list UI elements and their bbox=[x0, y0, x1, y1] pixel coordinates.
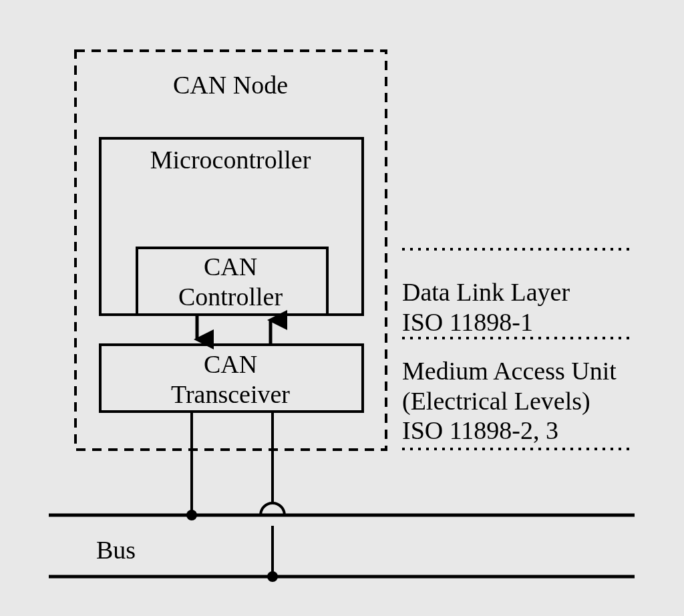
microcontroller-label: Microcontroller bbox=[150, 146, 311, 174]
can-controller-label-1: CAN bbox=[204, 253, 257, 281]
medium-label-3: ISO 11898-2, 3 bbox=[402, 416, 558, 444]
medium-label-2: (Electrical Levels) bbox=[402, 387, 590, 416]
can-transceiver-label-1: CAN bbox=[204, 350, 257, 378]
can-node-title: CAN Node bbox=[173, 71, 288, 99]
medium-label-1: Medium Access Unit bbox=[402, 357, 617, 385]
can-transceiver-label-2: Transceiver bbox=[171, 380, 290, 408]
datalink-label-2: ISO 11898-1 bbox=[402, 308, 533, 336]
diagram-svg: CAN Node Microcontroller CAN Controller … bbox=[0, 0, 684, 616]
bus-hop-arc bbox=[261, 503, 285, 515]
datalink-label-1: Data Link Layer bbox=[402, 278, 570, 306]
connection-dot-bottom bbox=[267, 571, 278, 582]
can-node-diagram: CAN Node Microcontroller CAN Controller … bbox=[0, 0, 684, 616]
bus-label: Bus bbox=[96, 536, 136, 564]
connection-dot-top bbox=[186, 510, 197, 520]
can-controller-label-2: Controller bbox=[178, 283, 283, 311]
